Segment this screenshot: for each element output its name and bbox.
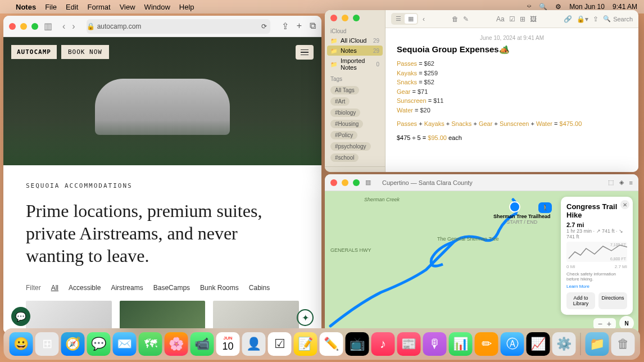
tag-pill[interactable]: #Art (330, 97, 350, 106)
link-icon[interactable]: 🔗 (564, 15, 572, 23)
close-icon[interactable]: ✕ (620, 200, 629, 209)
tag-pill[interactable]: #psychology (330, 142, 371, 151)
note-body[interactable]: June 10, 2024 at 9:41 AM Sequoia Group E… (386, 28, 638, 172)
map-3d-icon[interactable]: ◈ (619, 179, 624, 186)
dock-safari[interactable]: 🧭 (61, 332, 85, 356)
address-bar[interactable]: 🔒 autocamp.com ⟳ (87, 19, 270, 34)
close-button[interactable] (9, 23, 16, 30)
dock-calendar[interactable]: JUN 10 (216, 332, 240, 356)
new-folder-button[interactable]: ⊕ New Folder (325, 166, 385, 172)
accessibility-icon[interactable]: ✦ (297, 309, 314, 326)
dock-pages[interactable]: ✏ (475, 332, 498, 356)
dock-music[interactable]: ♪ (371, 332, 395, 356)
zoom-in-button[interactable]: + (607, 319, 611, 328)
back-button[interactable]: ‹ (62, 21, 65, 31)
dock-appstore[interactable]: Ⓐ (501, 332, 524, 356)
dock-facetime[interactable]: 📹 (191, 332, 214, 356)
maximize-button[interactable] (31, 23, 38, 30)
menu-edit[interactable]: Edit (66, 3, 78, 11)
search-field[interactable]: 🔍 Search (603, 15, 633, 22)
site-logo[interactable]: AUTOCAMP (11, 45, 57, 59)
menubar-time[interactable]: 9:41 AM (613, 3, 637, 11)
list-view-icon[interactable]: ☰ (392, 14, 405, 24)
map-poi-label[interactable]: The General Sherman Tree (437, 236, 499, 242)
grid-view-icon[interactable]: ▦ (405, 14, 417, 24)
media-icon[interactable]: 🖼 (530, 15, 537, 23)
filter-all[interactable]: All (51, 284, 58, 292)
dock-news[interactable]: 📰 (397, 332, 421, 356)
tag-pill[interactable]: #school (330, 153, 359, 162)
route-mode-icon[interactable]: 🚶 (538, 202, 552, 213)
filter-accessible[interactable]: Accessible (69, 284, 101, 292)
map-layers-icon[interactable]: ≡ (629, 179, 633, 186)
checklist-icon[interactable]: ☑ (509, 15, 515, 23)
forward-button[interactable]: › (72, 21, 75, 31)
maximize-button[interactable] (353, 15, 360, 21)
book-now-button[interactable]: BOOK NOW (61, 45, 109, 59)
tag-pill[interactable]: All Tags (330, 86, 359, 94)
dock-reminders[interactable]: ☑ (268, 332, 292, 356)
share-icon[interactable]: ⇪ (282, 21, 289, 31)
map-mode-icon[interactable]: ⬚ (608, 179, 614, 186)
new-tab-icon[interactable]: + (297, 21, 302, 31)
dock-finder[interactable]: 😀 (10, 332, 33, 356)
spotlight-icon[interactable]: 🔍 (539, 3, 547, 11)
add-to-library-button[interactable]: Add to Library (566, 292, 595, 309)
dock-settings[interactable]: ⚙️ (552, 332, 576, 356)
maximize-button[interactable] (353, 179, 360, 186)
directions-button[interactable]: Directions (598, 292, 627, 309)
menubar-date[interactable]: Mon Jun 10 (569, 3, 605, 11)
trash-icon[interactable]: 🗑 (452, 15, 459, 23)
folder-notes[interactable]: 📁 Notes 29 (327, 46, 383, 56)
sidebar-toggle-icon[interactable]: ▥ (44, 21, 52, 31)
filter-basecamps[interactable]: BaseCamps (153, 284, 190, 292)
dock-launchpad[interactable]: ⊞ (35, 332, 59, 356)
dock-contacts[interactable]: 👤 (242, 332, 266, 356)
dock-notes[interactable]: 📝 (294, 332, 318, 356)
dock-maps[interactable]: 🗺 (139, 332, 162, 356)
refresh-icon[interactable]: ⟳ (261, 22, 267, 30)
learn-more-link[interactable]: Learn More (566, 284, 627, 289)
minimize-button[interactable] (20, 23, 27, 30)
dock-freeform[interactable]: ✏️ (320, 332, 343, 356)
minimize-button[interactable] (342, 179, 348, 186)
dock-podcasts[interactable]: 🎙 (423, 332, 447, 356)
filter-airstreams[interactable]: Airstreams (111, 284, 143, 292)
control-center-icon[interactable]: ⚙ (555, 3, 561, 11)
tag-pill[interactable]: #biology (330, 108, 360, 117)
menu-help[interactable]: Help (179, 3, 194, 11)
dock-stocks[interactable]: 📈 (527, 332, 550, 356)
close-button[interactable] (330, 15, 337, 21)
minimize-button[interactable] (342, 15, 348, 21)
folder-imported[interactable]: 📁 Imported Notes 0 (325, 56, 385, 73)
dock-numbers[interactable]: 📊 (449, 332, 473, 356)
folder-all-icloud[interactable]: 📁 All iCloud 29 (325, 35, 385, 46)
dock-downloads[interactable]: 📁 (586, 332, 609, 356)
tag-pill[interactable]: #Housing (330, 120, 363, 128)
map-canvas[interactable]: The General Sherman Tree GENERALS HWY Sh… (325, 191, 638, 335)
dock-photos[interactable]: 🌸 (165, 332, 188, 356)
format-icon[interactable]: Aa (496, 15, 505, 23)
view-toggle[interactable]: ☰ ▦ (391, 13, 418, 25)
trailhead-label[interactable]: Sherman Tree Trailhead START / END (493, 214, 551, 225)
trailhead-pin[interactable] (509, 201, 520, 212)
compose-icon[interactable]: ✎ (463, 15, 469, 23)
filter-cabins[interactable]: Cabins (249, 284, 270, 292)
filter-bunkrooms[interactable]: Bunk Rooms (200, 284, 239, 292)
lock-icon[interactable]: 🔒▾ (577, 15, 588, 23)
dock-trash[interactable]: 🗑 (611, 332, 635, 356)
table-icon[interactable]: ⊞ (520, 15, 525, 23)
sidebar-icon[interactable]: ▥ (365, 179, 371, 186)
menu-window[interactable]: Window (144, 3, 170, 11)
tabs-icon[interactable]: ⧉ (310, 21, 316, 31)
hamburger-menu[interactable] (296, 45, 314, 60)
menu-app[interactable]: Notes (16, 3, 36, 11)
chat-icon[interactable]: 💬 (11, 307, 30, 326)
back-icon[interactable]: ‹ (423, 15, 425, 23)
wifi-icon[interactable]: ⌔ (527, 3, 531, 11)
menu-format[interactable]: Format (87, 3, 110, 11)
menu-view[interactable]: View (120, 3, 135, 11)
share-icon[interactable]: ⇪ (593, 15, 598, 23)
zoom-out-button[interactable]: − (598, 319, 602, 328)
dock-mail[interactable]: ✉️ (113, 332, 137, 356)
